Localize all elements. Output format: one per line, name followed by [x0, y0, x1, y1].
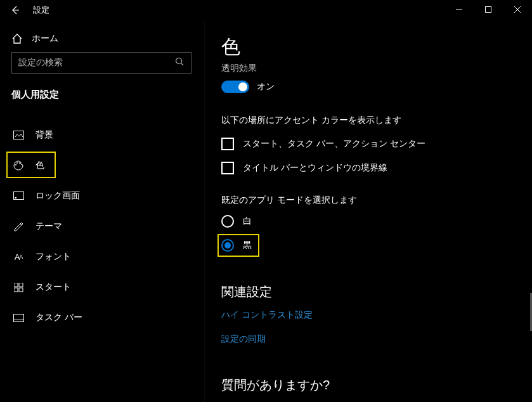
radio-light[interactable]: 白 — [221, 215, 514, 228]
checkbox-titlebars[interactable]: タイトル バーとウィンドウの境界線 — [221, 162, 514, 174]
home-icon — [11, 33, 23, 44]
page-title: 色 — [221, 34, 514, 60]
radio-icon — [221, 215, 234, 228]
minimize-button[interactable] — [444, 0, 474, 19]
sidebar-home-label: ホーム — [32, 33, 58, 44]
checkbox-label: タイトル バーとウィンドウの境界線 — [243, 162, 387, 174]
sidebar-item-colors[interactable]: 色 — [9, 150, 189, 181]
sidebar-item-label: 背景 — [36, 129, 53, 141]
palette-icon — [13, 160, 24, 171]
sidebar-item-label: フォント — [36, 251, 71, 263]
maximize-icon — [485, 6, 491, 13]
svg-rect-16 — [13, 314, 23, 321]
window-title: 設定 — [33, 4, 49, 16]
sidebar-nav: 背景 色 ロック画面 テーマ — [9, 120, 189, 333]
related-settings-heading: 関連設定 — [221, 283, 514, 301]
svg-rect-13 — [19, 283, 23, 287]
search-placeholder: 設定の検索 — [18, 57, 63, 68]
sidebar-item-fonts[interactable]: AA フォント — [9, 242, 189, 272]
have-question-heading: 質問がありますか? — [221, 377, 514, 394]
toggle-knob — [238, 82, 247, 91]
sidebar-item-label: スタート — [36, 282, 71, 293]
sidebar-item-start[interactable]: スタート — [9, 272, 189, 302]
transparency-toggle[interactable] — [221, 81, 249, 93]
svg-point-8 — [16, 162, 18, 164]
search-icon — [175, 57, 185, 68]
sidebar-item-taskbar[interactable]: タスク バー — [9, 302, 189, 333]
search-input[interactable]: 設定の検索 — [11, 52, 191, 74]
sidebar-item-label: テーマ — [36, 221, 62, 232]
content-pane: 色 透明効果 オン 以下の場所にアクセント カラーを表示します スタート、タスク… — [204, 20, 532, 402]
sidebar-home[interactable]: ホーム — [11, 29, 204, 52]
checkbox-label: スタート、タスク バー、アクション センター — [243, 138, 425, 150]
picture-icon — [13, 129, 24, 141]
theme-icon — [13, 221, 24, 232]
close-button[interactable] — [503, 0, 532, 19]
svg-rect-12 — [14, 283, 18, 287]
scrollbar[interactable] — [529, 20, 532, 402]
accent-surfaces-heading: 以下の場所にアクセント カラーを表示します — [221, 115, 514, 126]
radio-label: 黒 — [243, 240, 252, 251]
window-controls — [444, 0, 532, 19]
back-arrow-icon — [10, 5, 20, 15]
sidebar-item-background[interactable]: 背景 — [9, 120, 189, 150]
maximize-button[interactable] — [474, 0, 503, 19]
checkbox-start-taskbar[interactable]: スタート、タスク バー、アクション センター — [221, 138, 514, 150]
radio-label: 白 — [243, 216, 252, 227]
start-icon — [13, 282, 24, 293]
sidebar-item-lockscreen[interactable]: ロック画面 — [9, 181, 189, 211]
minimize-icon — [456, 6, 462, 13]
checkbox-icon — [221, 138, 234, 150]
lockscreen-icon — [13, 190, 24, 202]
sidebar: ホーム 設定の検索 個人用設定 背景 色 — [0, 20, 204, 402]
sidebar-section-label: 個人用設定 — [11, 89, 204, 101]
app-mode-heading: 既定のアプリ モードを選択します — [221, 195, 514, 206]
link-high-contrast[interactable]: ハイ コントラスト設定 — [221, 309, 514, 321]
svg-rect-1 — [486, 7, 491, 13]
checkbox-icon — [221, 162, 234, 174]
toggle-state-label: オン — [257, 81, 275, 93]
sidebar-item-themes[interactable]: テーマ — [9, 211, 189, 242]
back-button[interactable] — [6, 1, 24, 19]
sidebar-item-label: ロック画面 — [36, 190, 80, 202]
svg-rect-6 — [13, 131, 23, 139]
svg-line-5 — [181, 63, 184, 66]
transparency-heading: 透明効果 — [221, 63, 514, 74]
svg-rect-11 — [15, 197, 16, 198]
taskbar-icon — [13, 312, 24, 323]
font-icon: AA — [13, 251, 24, 263]
svg-rect-15 — [19, 288, 23, 292]
svg-rect-14 — [14, 288, 18, 292]
close-icon — [514, 6, 521, 13]
sidebar-item-label: 色 — [36, 160, 44, 171]
link-sync-settings[interactable]: 設定の同期 — [221, 334, 514, 345]
sidebar-item-label: タスク バー — [36, 312, 82, 323]
radio-dark[interactable]: 黒 — [221, 239, 514, 252]
svg-point-9 — [19, 162, 20, 164]
svg-point-4 — [176, 58, 182, 64]
radio-icon — [221, 239, 234, 252]
svg-point-7 — [15, 164, 16, 165]
